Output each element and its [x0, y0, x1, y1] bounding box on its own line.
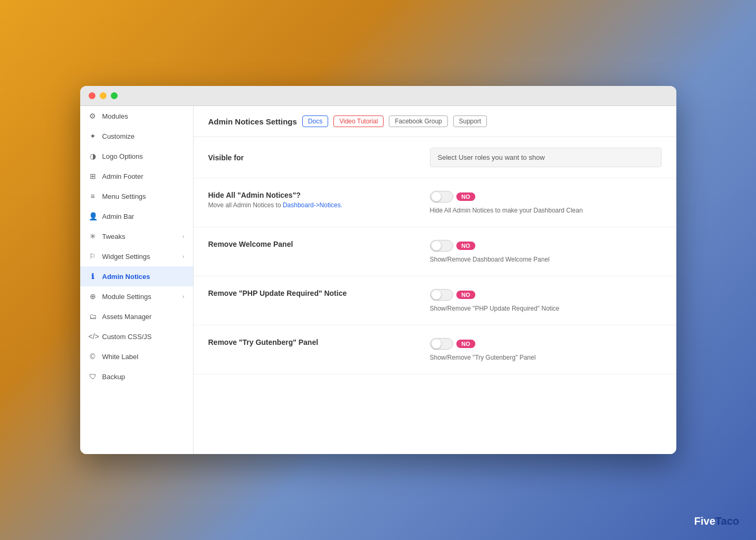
sidebar-item-backup[interactable]: 🛡Backup	[80, 367, 193, 387]
visible-for-label: Visible for	[208, 153, 419, 162]
widget-settings-icon: ⚐	[89, 252, 97, 261]
close-button[interactable]	[89, 92, 95, 99]
hide-admin-notices-label: Hide All "Admin Notices"?	[208, 191, 419, 199]
sidebar-label-white-label: White Label	[102, 353, 139, 361]
toggle-thumb	[432, 290, 441, 300]
video-tutorial-badge[interactable]: Video Tutorial	[333, 115, 384, 127]
sidebar-label-admin-bar: Admin Bar	[102, 213, 135, 220]
window-content: ⚙Modules✦Customize◑Logo Options⊞Admin Fo…	[80, 106, 676, 454]
sidebar-item-menu-settings[interactable]: ≡Menu Settings	[80, 186, 193, 206]
sidebar-item-tweaks[interactable]: ✳Tweaks›	[80, 226, 193, 246]
remove-gutenberg-row: Remove "Try Gutenberg" Panel NO Show/Rem…	[194, 325, 676, 374]
backup-icon: 🛡	[89, 372, 97, 381]
hide-admin-notices-row: Hide All "Admin Notices"? Move all Admin…	[194, 178, 676, 227]
remove-gutenberg-toggle-wrapper: NO	[430, 338, 476, 350]
sidebar-item-admin-notices[interactable]: ℹAdmin Notices	[80, 266, 193, 286]
remove-welcome-toggle-wrapper: NO	[430, 240, 476, 252]
remove-welcome-panel-label: Remove Welcome Panel	[208, 240, 419, 248]
hide-admin-notices-sublabel: Move all Admin Notices to Dashboard->Not…	[208, 201, 419, 209]
visible-for-row: Visible for Select User roles you want t…	[194, 137, 676, 178]
sidebar-item-assets-manager[interactable]: 🗂Assets Manager	[80, 306, 193, 326]
main-content: Admin Notices Settings Docs Video Tutori…	[194, 106, 676, 454]
sidebar-item-admin-footer[interactable]: ⊞Admin Footer	[80, 166, 193, 186]
remove-php-notice-label: Remove "PHP Update Required" Notice	[208, 289, 419, 297]
sidebar-label-admin-notices: Admin Notices	[102, 273, 150, 281]
sidebar-item-admin-bar[interactable]: 👤Admin Bar	[80, 206, 193, 226]
sidebar-item-custom-css-js[interactable]: </>Custom CSS/JS	[80, 326, 193, 346]
facebook-group-badge[interactable]: Facebook Group	[389, 115, 447, 127]
sidebar-label-admin-footer: Admin Footer	[102, 172, 143, 180]
page-header: Admin Notices Settings Docs Video Tutori…	[194, 106, 676, 137]
modules-icon: ⚙	[89, 112, 97, 120]
remove-welcome-toggle[interactable]	[430, 240, 453, 252]
maximize-button[interactable]	[111, 92, 118, 99]
customize-icon: ✦	[89, 132, 97, 140]
logo-options-icon: ◑	[89, 152, 97, 160]
remove-gutenberg-description: Show/Remove "Try Gutenberg" Panel	[430, 354, 536, 361]
docs-badge[interactable]: Docs	[302, 115, 328, 127]
toggle-thumb	[432, 192, 441, 201]
sidebar-item-white-label[interactable]: ©White Label	[80, 346, 193, 367]
remove-gutenberg-label: Remove "Try Gutenberg" Panel	[208, 338, 419, 346]
sidebar-label-modules: Modules	[102, 112, 128, 120]
tweaks-icon: ✳	[89, 232, 97, 240]
app-window: ⚙Modules✦Customize◑Logo Options⊞Admin Fo…	[80, 86, 676, 454]
admin-footer-icon: ⊞	[89, 172, 97, 180]
sidebar-item-modules[interactable]: ⚙Modules	[80, 106, 193, 126]
notices-link[interactable]: Dashboard->Notices.	[283, 201, 342, 209]
remove-gutenberg-toggle[interactable]	[430, 338, 453, 350]
sidebar-label-assets-manager: Assets Manager	[102, 313, 152, 321]
remove-php-notice-row: Remove "PHP Update Required" Notice NO S…	[194, 276, 676, 325]
admin-bar-icon: 👤	[89, 212, 97, 220]
remove-welcome-state: NO	[456, 242, 476, 250]
remove-welcome-description: Show/Remove Dashboard Welcome Panel	[430, 256, 550, 263]
sidebar-label-backup: Backup	[102, 373, 125, 381]
sidebar-label-menu-settings: Menu Settings	[102, 192, 146, 200]
custom-css-js-icon: </>	[89, 332, 97, 341]
assets-manager-icon: 🗂	[89, 312, 97, 321]
module-settings-icon: ⊕	[89, 292, 97, 301]
remove-php-state: NO	[456, 291, 476, 299]
remove-welcome-panel-row: Remove Welcome Panel NO Show/Remove Dash…	[194, 227, 676, 276]
branding: FiveTaco	[694, 515, 739, 527]
remove-gutenberg-state: NO	[456, 340, 476, 348]
branding-taco: Taco	[715, 515, 739, 527]
sidebar-label-widget-settings: Widget Settings	[102, 253, 150, 261]
chevron-icon-module-settings: ›	[183, 293, 185, 300]
support-badge[interactable]: Support	[453, 115, 487, 127]
remove-php-description: Show/Remove "PHP Update Required" Notice	[430, 305, 560, 312]
sidebar-item-module-settings[interactable]: ⊕Module Settings›	[80, 286, 193, 306]
white-label-icon: ©	[89, 352, 97, 361]
sidebar-item-customize[interactable]: ✦Customize	[80, 126, 193, 146]
sidebar-label-tweaks: Tweaks	[102, 233, 126, 240]
hide-admin-notices-description: Hide All Admin Notices to make your Dash…	[430, 207, 583, 214]
remove-php-toggle[interactable]	[430, 289, 453, 301]
sidebar-item-logo-options[interactable]: ◑Logo Options	[80, 146, 193, 166]
sidebar-label-module-settings: Module Settings	[102, 293, 151, 301]
hide-admin-notices-toggle-wrapper: NO	[430, 191, 476, 202]
admin-notices-icon: ℹ	[89, 272, 97, 281]
hide-admin-notices-state: NO	[456, 192, 476, 201]
sidebar-label-custom-css-js: Custom CSS/JS	[102, 333, 152, 341]
toggle-thumb	[432, 339, 441, 349]
user-roles-select[interactable]: Select User roles you want to show	[430, 148, 662, 167]
branding-five: Five	[694, 515, 715, 527]
minimize-button[interactable]	[100, 92, 107, 99]
chevron-icon-widget-settings: ›	[183, 253, 185, 259]
toggle-thumb	[432, 241, 441, 250]
chevron-icon-tweaks: ›	[183, 233, 185, 239]
sidebar: ⚙Modules✦Customize◑Logo Options⊞Admin Fo…	[80, 106, 194, 454]
remove-php-toggle-wrapper: NO	[430, 289, 476, 301]
titlebar	[80, 86, 676, 106]
page-title: Admin Notices Settings	[208, 117, 297, 126]
menu-settings-icon: ≡	[89, 192, 97, 200]
sidebar-label-customize: Customize	[102, 132, 135, 140]
hide-admin-notices-toggle[interactable]	[430, 191, 453, 202]
sidebar-label-logo-options: Logo Options	[102, 152, 143, 160]
sidebar-item-widget-settings[interactable]: ⚐Widget Settings›	[80, 246, 193, 266]
